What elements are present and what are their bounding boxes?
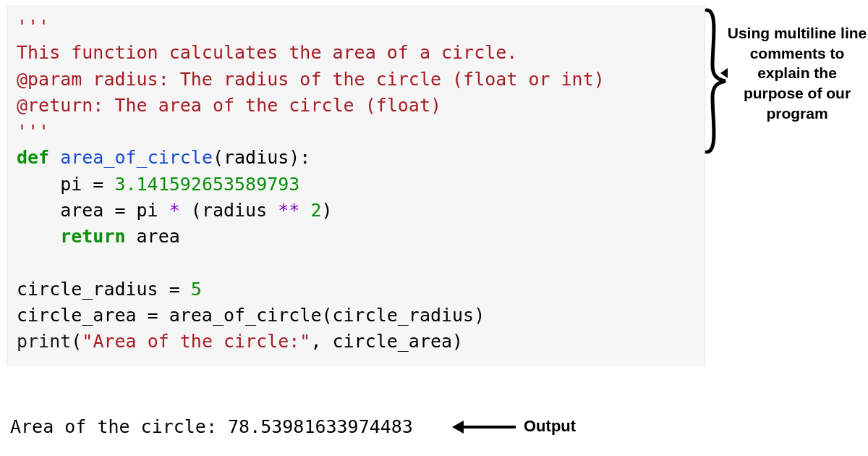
print-open: ( <box>71 331 82 352</box>
exp-value: 2 <box>310 200 321 221</box>
radius-value: 5 <box>191 279 202 300</box>
def-keyword: def <box>17 147 49 168</box>
pi-value: 3.141592653589793 <box>114 174 299 195</box>
docstring-line-2: @param radius: The radius of the circle … <box>17 69 605 90</box>
docstring-line-3: @return: The area of the circle (float) <box>17 95 441 116</box>
return-expr: area <box>126 226 180 247</box>
docstring-line-1: This function calculates the area of a c… <box>17 42 517 63</box>
annotation-text: Using multiline line comments to explain… <box>728 25 867 122</box>
program-output: Area of the circle: 78.53981633974483 <box>10 416 413 437</box>
print-keyword: print <box>17 331 71 352</box>
code-block: ''' This function calculates the area of… <box>7 6 705 366</box>
func-params: (radius): <box>213 147 310 168</box>
note-arrow-icon <box>720 68 728 78</box>
op-mul: * <box>169 200 180 221</box>
print-rest: , circle_area) <box>310 331 463 352</box>
func-name: area_of_circle <box>60 147 213 168</box>
assign-area-lhs: area = pi <box>17 200 169 221</box>
annotation-note: Using multiline line comments to explain… <box>726 23 868 124</box>
op-pow: ** <box>278 200 299 221</box>
docstring-close: ''' <box>17 121 49 142</box>
area-close: ) <box>321 200 332 221</box>
output-arrow-icon <box>452 421 516 434</box>
call-line: circle_area = area_of_circle(circle_radi… <box>17 305 485 326</box>
assign-radius-lhs: circle_radius = <box>17 279 191 300</box>
return-keyword: return <box>17 226 126 247</box>
assign-pi-lhs: pi = <box>17 174 114 195</box>
code-content: ''' This function calculates the area of… <box>17 14 696 355</box>
area-mid: (radius <box>180 200 278 221</box>
output-label: Output <box>524 417 576 436</box>
docstring-open: ''' <box>17 16 49 37</box>
curly-brace-icon <box>704 7 728 155</box>
print-string: "Area of the circle:" <box>82 331 310 352</box>
